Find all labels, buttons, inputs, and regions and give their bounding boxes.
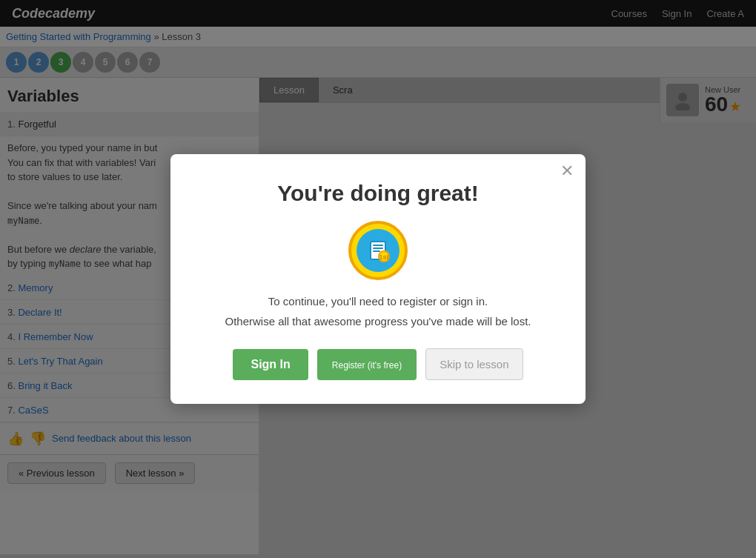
modal-title: You're doing great! — [200, 181, 556, 206]
svg-rect-3 — [373, 245, 383, 246]
skip-lesson-button[interactable]: Skip to lesson — [425, 348, 523, 380]
badge-outer: 1st — [348, 221, 408, 280]
modal-text1: To continue, you'll need to register or … — [200, 295, 556, 308]
svg-rect-4 — [373, 248, 383, 249]
modal-badge: 1st — [348, 221, 408, 280]
signin-button[interactable]: Sign In — [233, 349, 308, 380]
modal-text2: Otherwise all that awesome progress you'… — [200, 315, 556, 328]
svg-rect-5 — [373, 250, 380, 252]
register-button[interactable]: Register (it's free) — [317, 349, 417, 380]
badge-inner: 1st — [357, 229, 399, 272]
modal-dialog: ✕ You're doing great! 1st To con — [170, 154, 586, 404]
modal-buttons: Sign In Register (it's free) Skip to les… — [200, 348, 556, 380]
svg-text:1st: 1st — [379, 253, 388, 261]
modal-overlay: ✕ You're doing great! 1st To con — [0, 0, 756, 554]
modal-close-button[interactable]: ✕ — [560, 163, 574, 179]
